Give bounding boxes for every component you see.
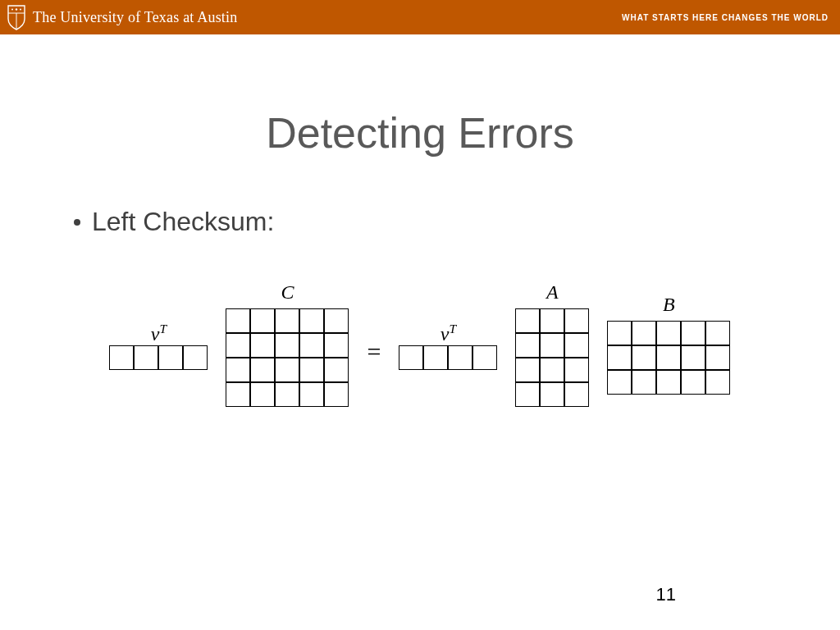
matrix-cell bbox=[448, 345, 472, 370]
label-vT-left: vT bbox=[151, 317, 167, 340]
matrix-cell bbox=[299, 333, 324, 358]
matrix-cell bbox=[632, 370, 656, 395]
grid-vT-left bbox=[110, 345, 208, 370]
matrix-cell bbox=[607, 370, 632, 395]
matrix-cell bbox=[299, 308, 324, 333]
matrix-cell bbox=[250, 308, 275, 333]
matrix-cell bbox=[632, 345, 656, 370]
matrix-cell bbox=[399, 345, 423, 370]
matrix-cell bbox=[681, 321, 705, 345]
bullet-text: Left Checksum: bbox=[92, 207, 274, 237]
matrix-vT-right: vT bbox=[399, 317, 497, 370]
matrix-cell bbox=[324, 333, 349, 358]
matrix-cell bbox=[250, 382, 275, 407]
bullet-dot-icon bbox=[74, 219, 80, 226]
matrix-cell bbox=[632, 321, 656, 345]
matrix-cell bbox=[275, 382, 299, 407]
matrix-cell bbox=[158, 345, 183, 370]
matrix-cell bbox=[423, 345, 448, 370]
matrix-cell bbox=[540, 308, 564, 333]
matrix-cell bbox=[540, 333, 564, 358]
grid-A bbox=[515, 308, 589, 407]
matrix-cell bbox=[250, 333, 275, 358]
matrix-cell bbox=[226, 333, 250, 358]
label-B: B bbox=[663, 293, 675, 316]
shield-icon bbox=[7, 4, 26, 30]
slide-body: Detecting Errors Left Checksum: vT C = v… bbox=[0, 34, 840, 630]
matrix-cell bbox=[250, 358, 275, 382]
matrix-cell bbox=[705, 370, 730, 395]
matrix-cell bbox=[275, 358, 299, 382]
matrix-cell bbox=[681, 345, 705, 370]
matrix-cell bbox=[656, 321, 681, 345]
grid-C bbox=[226, 308, 349, 407]
matrix-cell bbox=[515, 333, 540, 358]
matrix-cell bbox=[540, 358, 564, 382]
university-name: The University of Texas at Austin bbox=[33, 9, 237, 26]
matrix-B: B bbox=[607, 293, 730, 395]
bullet-item: Left Checksum: bbox=[74, 207, 840, 237]
matrix-cell bbox=[299, 358, 324, 382]
svg-point-2 bbox=[16, 8, 17, 10]
label-vT-right: vT bbox=[441, 317, 456, 340]
matrix-cell bbox=[226, 382, 250, 407]
banner: The University of Texas at Austin WHAT S… bbox=[0, 0, 840, 34]
matrix-cell bbox=[324, 308, 349, 333]
matrix-cell bbox=[183, 345, 208, 370]
matrix-cell bbox=[324, 382, 349, 407]
slide-title: Detecting Errors bbox=[0, 108, 840, 158]
label-C: C bbox=[281, 281, 294, 304]
matrix-cell bbox=[705, 321, 730, 345]
matrix-cell bbox=[607, 345, 632, 370]
label-A: A bbox=[546, 281, 559, 304]
matrix-cell bbox=[681, 370, 705, 395]
matrix-cell bbox=[515, 358, 540, 382]
svg-point-4 bbox=[20, 9, 21, 11]
banner-left: The University of Texas at Austin bbox=[7, 4, 237, 30]
matrix-A: A bbox=[515, 281, 589, 407]
grid-B bbox=[607, 321, 730, 395]
matrix-cell bbox=[515, 308, 540, 333]
matrix-cell bbox=[515, 382, 540, 407]
matrix-cell bbox=[564, 333, 589, 358]
matrix-cell bbox=[134, 345, 158, 370]
matrix-cell bbox=[564, 308, 589, 333]
matrix-cell bbox=[324, 358, 349, 382]
matrix-cell bbox=[564, 382, 589, 407]
matrix-vT-left: vT bbox=[110, 317, 208, 370]
slogan-text: WHAT STARTS HERE CHANGES THE WORLD bbox=[622, 13, 829, 22]
matrix-cell bbox=[540, 382, 564, 407]
equals-sign: = bbox=[368, 322, 381, 366]
equation-row: vT C = vT A B bbox=[0, 281, 840, 407]
matrix-cell bbox=[299, 382, 324, 407]
matrix-cell bbox=[607, 321, 632, 345]
matrix-cell bbox=[656, 370, 681, 395]
matrix-cell bbox=[275, 308, 299, 333]
matrix-cell bbox=[275, 333, 299, 358]
matrix-cell bbox=[109, 345, 134, 370]
matrix-cell bbox=[226, 308, 250, 333]
svg-point-3 bbox=[11, 9, 13, 11]
matrix-C: C bbox=[226, 281, 349, 407]
matrix-cell bbox=[656, 345, 681, 370]
matrix-cell bbox=[705, 345, 730, 370]
matrix-cell bbox=[472, 345, 497, 370]
matrix-cell bbox=[226, 358, 250, 382]
page-number: 11 bbox=[656, 584, 676, 605]
grid-vT-right bbox=[399, 345, 497, 370]
matrix-cell bbox=[564, 358, 589, 382]
